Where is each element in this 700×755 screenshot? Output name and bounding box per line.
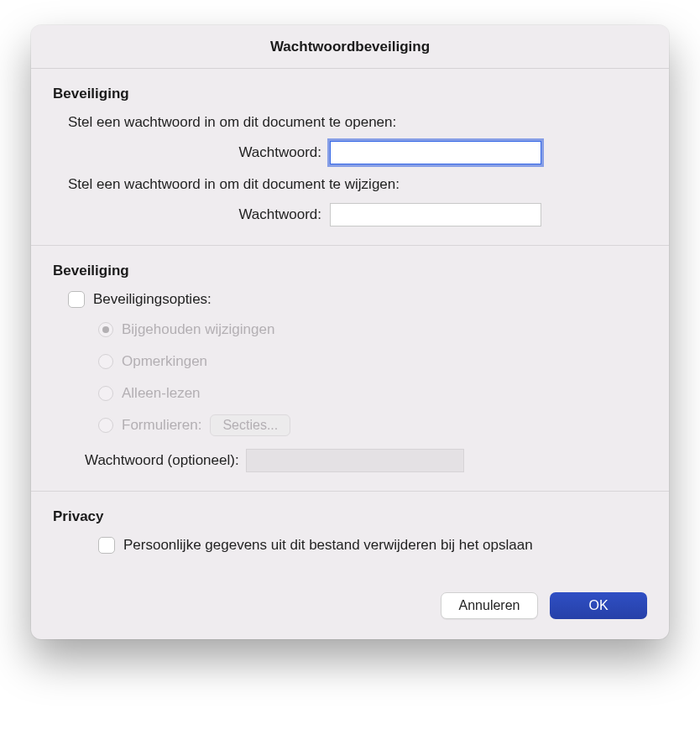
cancel-button[interactable]: Annuleren <box>441 592 538 619</box>
section-security-passwords: Beveiliging Stel een wachtwoord in om di… <box>31 69 669 245</box>
remove-personal-checkbox[interactable] <box>98 537 115 554</box>
modify-password-input[interactable] <box>330 203 541 226</box>
radio-label-comments: Opmerkingen <box>122 353 207 370</box>
section-heading-privacy: Privacy <box>53 508 647 525</box>
modify-password-row: Wachtwoord: <box>53 203 647 226</box>
radio-forms[interactable] <box>98 418 113 433</box>
radio-row-forms: Formulieren: Secties... <box>98 414 647 437</box>
security-options-radio-group: Bijgehouden wijzigingen Opmerkingen Alle… <box>53 318 647 437</box>
radio-readonly[interactable] <box>98 386 113 401</box>
open-password-input[interactable] <box>330 141 541 164</box>
password-security-dialog: Wachtwoordbeveiliging Beveiliging Stel e… <box>31 25 669 639</box>
radio-row-readonly: Alleen-lezen <box>98 382 647 405</box>
radio-label-forms: Formulieren: <box>122 417 201 434</box>
optional-password-input[interactable] <box>246 449 464 472</box>
radio-label-readonly: Alleen-lezen <box>122 385 201 402</box>
dialog-title: Wachtwoordbeveiliging <box>270 39 430 55</box>
remove-personal-label: Persoonlijke gegevens uit dit bestand ve… <box>123 537 533 554</box>
section-security-options: Beveiliging Beveiligingsopties: Bijgehou… <box>31 245 669 491</box>
modify-password-label: Wachtwoord: <box>53 206 330 223</box>
optional-password-label: Wachtwoord (optioneel): <box>85 452 239 469</box>
security-options-label: Beveiligingsopties: <box>93 291 212 308</box>
open-password-row: Wachtwoord: <box>53 141 647 164</box>
radio-comments[interactable] <box>98 354 113 369</box>
section-privacy: Privacy Persoonlijke gegevens uit dit be… <box>31 491 669 572</box>
radio-tracked-changes[interactable] <box>98 322 113 337</box>
privacy-row: Persoonlijke gegevens uit dit bestand ve… <box>53 537 647 554</box>
optional-password-row: Wachtwoord (optioneel): <box>53 449 647 472</box>
sections-button[interactable]: Secties... <box>210 414 290 436</box>
radio-row-tracked-changes: Bijgehouden wijzigingen <box>98 318 647 341</box>
radio-row-comments: Opmerkingen <box>98 350 647 373</box>
open-password-prompt: Stel een wachtwoord in om dit document t… <box>53 114 647 131</box>
modify-password-prompt: Stel een wachtwoord in om dit document t… <box>53 176 647 193</box>
button-bar: Annuleren OK <box>31 572 669 639</box>
radio-label-tracked-changes: Bijgehouden wijzigingen <box>122 321 274 338</box>
dialog-content: Beveiliging Stel een wachtwoord in om di… <box>31 69 669 639</box>
open-password-label: Wachtwoord: <box>53 144 330 161</box>
titlebar: Wachtwoordbeveiliging <box>31 25 669 69</box>
ok-button[interactable]: OK <box>550 592 647 619</box>
security-options-checkbox[interactable] <box>68 291 85 308</box>
section-heading-security-2: Beveiliging <box>53 263 647 279</box>
section-heading-security-1: Beveiliging <box>53 86 647 102</box>
security-options-row: Beveiligingsopties: <box>53 291 647 308</box>
